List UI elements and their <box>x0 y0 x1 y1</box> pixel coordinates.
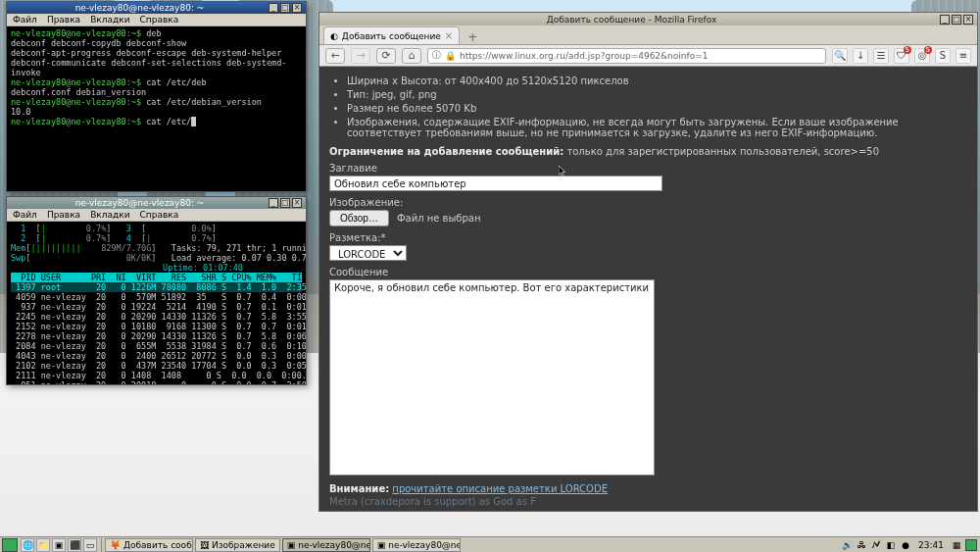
logout-icon[interactable] <box>965 539 977 551</box>
show-desktop[interactable]: ▭ <box>83 538 97 552</box>
toolbar: ← → ⟳ ⌂ ⓘ 🔒 https://www.linux.org.ru/add… <box>319 45 977 67</box>
quick-launch-browser[interactable]: 🌐 <box>21 538 34 552</box>
minimize-button[interactable]: _ <box>269 3 278 13</box>
titlebar[interactable]: ne-vlezay80@ne-vlezay80: ~ _ □ × <box>7 2 306 14</box>
extension-icon[interactable]: ◎5 <box>914 48 930 64</box>
home-button[interactable]: ⌂ <box>402 48 421 64</box>
no-file-text: Файл не выбран <box>397 213 481 224</box>
markup-label: Разметка:* <box>329 232 967 243</box>
network-icon[interactable]: 🖧 <box>856 539 867 551</box>
title-label: Заглавие <box>329 163 967 174</box>
start-button[interactable] <box>2 538 18 552</box>
tab-label: Добавить сообщение <box>342 31 441 41</box>
menu-tabs[interactable]: Вкладки <box>90 15 129 25</box>
quick-launch-app[interactable]: ⬛ <box>68 538 81 552</box>
task-icon: 🖼 <box>200 540 209 550</box>
taskbar: 🌐 📁 ▣ ⬛ ▭ 🦊Добавить сообщ…🖼Изображение▣n… <box>0 536 980 552</box>
menubar: Файл Правка Вкладки Справка <box>7 14 306 26</box>
task-icon: ▣ <box>377 540 386 550</box>
attention-line: Внимание: прочитайте описание разметки L… <box>329 483 967 494</box>
new-tab-button[interactable]: + <box>464 30 481 44</box>
taskbar-button[interactable]: 🖼Изображение <box>195 538 280 552</box>
menu-help[interactable]: Справка <box>140 15 179 25</box>
close-button[interactable]: × <box>963 15 973 25</box>
volume-icon[interactable]: 🔊 <box>841 539 853 551</box>
task-label: Изображение <box>212 540 275 550</box>
maximize-button[interactable]: □ <box>280 198 290 208</box>
tab-favicon: ◐ <box>330 31 338 41</box>
quick-launch-term[interactable]: ▣ <box>52 538 66 552</box>
battery-icon[interactable]: 🗲 <box>870 539 882 551</box>
task-icon: 🦊 <box>110 540 121 550</box>
close-button[interactable]: × <box>292 198 302 208</box>
maximize-button[interactable]: □ <box>952 15 961 25</box>
downloads-icon[interactable]: ↓ <box>853 48 868 64</box>
menu-tabs[interactable]: Вкладки <box>90 210 129 220</box>
minimize-button[interactable]: _ <box>269 198 278 208</box>
taskbar-button[interactable]: ▣ne-vlezay80@ne-v… <box>282 538 370 552</box>
message-textarea[interactable] <box>329 279 655 476</box>
lock-icon: 🔒 <box>445 51 456 61</box>
requirements-list: Ширина x Высота: от 400x400 до 5120x5120… <box>347 75 967 138</box>
tray-icon[interactable]: ● <box>900 539 911 551</box>
menu-file[interactable]: Файл <box>13 15 37 25</box>
taskbar-button[interactable]: 🦊Добавить сообщ… <box>105 538 193 552</box>
maximize-button[interactable]: □ <box>280 3 290 13</box>
separator <box>101 538 102 552</box>
menu-edit[interactable]: Правка <box>47 210 80 220</box>
tray-icon[interactable]: ◧ <box>885 539 897 551</box>
markup-help-link[interactable]: прочитайте описание разметки LORCODE <box>392 483 608 494</box>
back-button[interactable]: ← <box>325 48 345 64</box>
url-bar[interactable]: ⓘ 🔒 https://www.linux.org.ru/add.jsp?gro… <box>427 48 826 64</box>
task-label: Добавить сообщ… <box>123 540 193 550</box>
restriction-line: Ограничение на добавление сообщений: тол… <box>329 146 967 157</box>
menu-help[interactable]: Справка <box>140 210 179 220</box>
firefox-window[interactable]: Добавить сообщение - Mozilla Firefox _ □… <box>318 12 978 512</box>
window-title: Добавить сообщение - Mozilla Firefox <box>323 15 940 25</box>
terminal-window-2[interactable]: ne-vlezay80@ne-vlezay80: ~ _ □ × Файл Пр… <box>6 196 307 385</box>
search-icon[interactable]: 🔍 <box>832 48 848 64</box>
list-item: Тип: jpeg, gif, png <box>347 89 967 100</box>
tab-close-icon[interactable]: × <box>445 30 453 41</box>
titlebar[interactable]: ne-vlezay80@ne-vlezay80: ~ _ □ × <box>7 197 306 209</box>
forward-button[interactable]: → <box>351 48 370 64</box>
message-label: Сообщение <box>329 267 967 277</box>
list-item: Ширина x Высота: от 400x400 до 5120x5120… <box>347 75 967 86</box>
window-title: ne-vlezay80@ne-vlezay80: ~ <box>11 3 269 13</box>
tray-icon[interactable]: ▦ <box>951 539 962 551</box>
mouse-cursor <box>559 166 566 177</box>
terminal-window-1[interactable]: ne-vlezay80@ne-vlezay80: ~ _ □ × Файл Пр… <box>6 1 307 192</box>
taskbar-button[interactable]: ▣ne-vlezay80@ne-v… <box>372 538 461 552</box>
page-content[interactable]: Ширина x Высота: от 400x400 до 5120x5120… <box>319 67 977 511</box>
adblock-icon[interactable]: 🛡5 <box>894 48 909 64</box>
menu-file[interactable]: Файл <box>13 210 37 220</box>
image-label: Изображение: <box>329 197 967 208</box>
browse-button[interactable]: Обзор… <box>329 210 389 226</box>
markup-select[interactable]: LORCODE <box>329 245 407 261</box>
menu-edit[interactable]: Правка <box>47 15 80 25</box>
title-input[interactable] <box>329 176 662 191</box>
task-label: ne-vlezay80@ne-v… <box>298 540 369 550</box>
terminal-viewport[interactable]: ne-vlezay80@ne-vlezay80:~$ debdebconf de… <box>7 26 306 191</box>
system-tray: 🔊 🖧 🗲 ◧ ● 23:41 ▦ <box>841 539 980 551</box>
list-item: Размер не более 5070 Kb <box>347 103 967 114</box>
close-button[interactable]: × <box>292 3 302 13</box>
noscript-icon[interactable]: S <box>935 48 951 64</box>
tags-line: Metra (craxdepora is support) as God as … <box>329 496 967 507</box>
task-icon: ▣ <box>287 540 296 550</box>
minimize-button[interactable]: _ <box>940 15 950 25</box>
browser-tab[interactable]: ◐ Добавить сообщение × <box>323 26 460 44</box>
menubar: Файл Правка Вкладки Справка <box>7 209 306 222</box>
menu-icon[interactable]: ≡ <box>956 48 971 64</box>
tab-bar: ◐ Добавить сообщение × + <box>319 25 977 45</box>
window-title: ne-vlezay80@ne-vlezay80: ~ <box>11 198 269 208</box>
url-text: https://www.linux.org.ru/add.jsp?group=4… <box>460 51 708 61</box>
reload-button[interactable]: ⟳ <box>376 48 396 64</box>
titlebar[interactable]: Добавить сообщение - Mozilla Firefox _ □… <box>319 13 977 25</box>
library-icon[interactable]: ☰ <box>873 48 889 64</box>
quick-launch-files[interactable]: 📁 <box>36 538 50 552</box>
list-item: Изображения, содержащие EXIF-информацию,… <box>347 117 967 138</box>
clock[interactable]: 23:41 <box>918 540 944 550</box>
shield-icon: ⓘ <box>432 49 441 62</box>
terminal-viewport[interactable]: 1 [| 0.7%] 3 [ 0.0%] 2 [| 0.7%] 4 [| 0.7… <box>7 222 306 384</box>
